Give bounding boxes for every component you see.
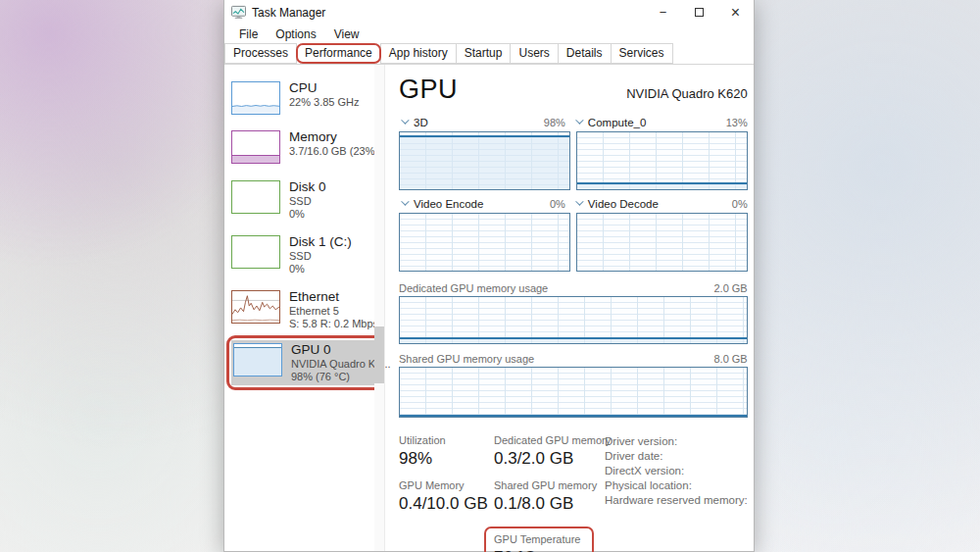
sidebar-ethernet-name: Ethernet 5 [289, 305, 378, 318]
menubar: File Options View [224, 25, 754, 43]
close-button[interactable]: × [717, 0, 754, 25]
dedicated-memory-value: 0.3/2.0 GB [494, 447, 605, 470]
annotation-box-gpu0: GPU 0 NVIDIA Quadro K6... 98% (76 °C) [226, 335, 383, 390]
chart-label-video-decode: Video Decode [588, 198, 659, 210]
sidebar-item-cpu[interactable]: CPU 22% 3.85 GHz [229, 79, 384, 116]
sidebar-memory-stats: 3.7/16.0 GB (23%) [289, 145, 378, 158]
chart-value-video-decode: 0% [732, 198, 748, 210]
directx-version-label: DirectX version: [605, 464, 748, 478]
tab-details[interactable]: Details [558, 43, 612, 64]
minimize-button[interactable]: − [645, 0, 681, 25]
sidebar-scrollbar[interactable] [374, 65, 384, 551]
sidebar-disk1-title: Disk 1 (C:) [289, 234, 352, 250]
driver-date-label: Driver date: [605, 449, 748, 464]
chart-label-3d: 3D [414, 117, 428, 128]
sidebar-disk1-type: SSD [289, 250, 352, 263]
chart-video-encode [399, 213, 570, 272]
sidebar-ethernet-stats: S: 5.8 R: 0.2 Mbps [289, 318, 378, 330]
chart-shared-memory [399, 367, 748, 418]
tab-services[interactable]: Services [611, 43, 673, 64]
tab-app-history[interactable]: App history [380, 43, 457, 64]
gpu-detail-pane: GPU NVIDIA Quadro K620 3D 98% Compute_0 … [385, 65, 762, 551]
chart-label-video-encode: Video Encode [414, 198, 483, 210]
shared-memory-chart-scale: 8.0 GB [713, 353, 747, 365]
titlebar: Task Manager − × [224, 0, 754, 25]
physical-location-label: Physical location: [605, 478, 748, 493]
sidebar-disk0-type: SSD [289, 195, 326, 208]
chevron-down-icon[interactable] [401, 116, 409, 124]
cpu-thumbnail-chart [231, 81, 280, 115]
shared-memory-chart-label: Shared GPU memory usage [399, 353, 534, 365]
sidebar-gpu0-name: NVIDIA Quadro K6... [291, 358, 378, 371]
minimize-icon: − [660, 5, 667, 20]
gpu-temperature-value: 76 °C [494, 546, 580, 552]
maximize-icon [695, 8, 704, 17]
gpu-device-name: NVIDIA Quadro K620 [626, 86, 748, 101]
sidebar-disk1-usage: 0% [289, 263, 352, 276]
sidebar-cpu-stats: 22% 3.85 GHz [289, 96, 360, 109]
menu-view[interactable]: View [325, 26, 368, 42]
sidebar-memory-title: Memory [289, 129, 378, 145]
gpu-stats: Utilization 98% GPU Memory 0.4/10.0 GB D… [399, 433, 748, 552]
chart-3d [399, 131, 570, 190]
sidebar-gpu0-stats: 98% (76 °C) [291, 371, 378, 383]
page-title: GPU [399, 75, 458, 105]
chevron-down-icon[interactable] [575, 116, 583, 124]
tab-users[interactable]: Users [510, 43, 558, 64]
sidebar-item-memory[interactable]: Memory 3.7/16.0 GB (23%) [229, 128, 384, 165]
sidebar-item-disk0[interactable]: Disk 0 SSD 0% [229, 178, 384, 222]
hardware-reserved-memory-label: Hardware reserved memory: [605, 493, 748, 508]
sidebar-cpu-title: CPU [289, 80, 360, 96]
tabbar: Processes Performance App history Startu… [224, 43, 754, 65]
ethernet-thumbnail-chart [231, 290, 280, 324]
sidebar-disk0-usage: 0% [289, 208, 326, 221]
tab-processes[interactable]: Processes [224, 43, 297, 64]
chart-value-compute0: 13% [726, 117, 748, 128]
chart-video-decode [576, 213, 748, 272]
close-icon: × [731, 4, 740, 22]
driver-version-label: Driver version: [605, 434, 748, 449]
tab-performance[interactable]: Performance [296, 43, 381, 64]
memory-thumbnail-chart [231, 130, 280, 164]
gpu-memory-label: GPU Memory [399, 478, 494, 492]
chart-compute0 [576, 131, 748, 190]
window-title: Task Manager [252, 6, 325, 20]
chart-label-compute0: Compute_0 [588, 117, 646, 128]
menu-file[interactable]: File [230, 26, 267, 42]
dedicated-memory-label: Dedicated GPU memory [494, 433, 605, 447]
shared-memory-label: Shared GPU memory [494, 478, 605, 492]
sidebar-disk0-title: Disk 0 [289, 179, 326, 195]
gpu0-thumbnail-chart [233, 343, 282, 376]
chart-value-video-encode: 0% [550, 198, 573, 210]
disk0-thumbnail-chart [231, 180, 280, 214]
menu-options[interactable]: Options [267, 26, 324, 42]
shared-memory-value: 0.1/8.0 GB [494, 492, 605, 515]
chevron-down-icon[interactable] [401, 197, 409, 205]
dedicated-memory-chart-scale: 2.0 GB [713, 282, 747, 294]
chart-dedicated-memory [399, 296, 748, 344]
scrollbar-thumb[interactable] [374, 326, 384, 383]
disk1-thumbnail-chart [231, 235, 280, 269]
task-manager-window: Task Manager − × File Options View Proce… [223, 0, 755, 552]
tab-startup[interactable]: Startup [456, 43, 512, 64]
gpu-memory-value: 0.4/10.0 GB [399, 492, 494, 515]
chevron-down-icon[interactable] [575, 197, 583, 205]
annotation-box-gpu-temperature: GPU Temperature 76 °C [484, 527, 594, 552]
gpu-temperature-label: GPU Temperature [494, 532, 580, 546]
sidebar-item-ethernet[interactable]: Ethernet Ethernet 5 S: 5.8 R: 0.2 Mbps [229, 288, 384, 331]
sidebar-item-disk1[interactable]: Disk 1 (C:) SSD 0% [229, 233, 384, 276]
performance-sidebar: CPU 22% 3.85 GHz Memory 3.7/16.0 GB (23%… [224, 65, 385, 551]
task-manager-app-icon [231, 5, 246, 20]
utilization-label: Utilization [399, 433, 494, 447]
dedicated-memory-chart-label: Dedicated GPU memory usage [399, 282, 548, 294]
sidebar-ethernet-title: Ethernet [289, 289, 378, 305]
chart-value-3d: 98% [544, 117, 573, 128]
utilization-value: 98% [399, 447, 494, 470]
sidebar-item-gpu0[interactable]: GPU 0 NVIDIA Quadro K6... 98% (76 °C) [231, 340, 380, 385]
maximize-button[interactable] [681, 0, 717, 25]
sidebar-gpu0-title: GPU 0 [291, 342, 378, 358]
